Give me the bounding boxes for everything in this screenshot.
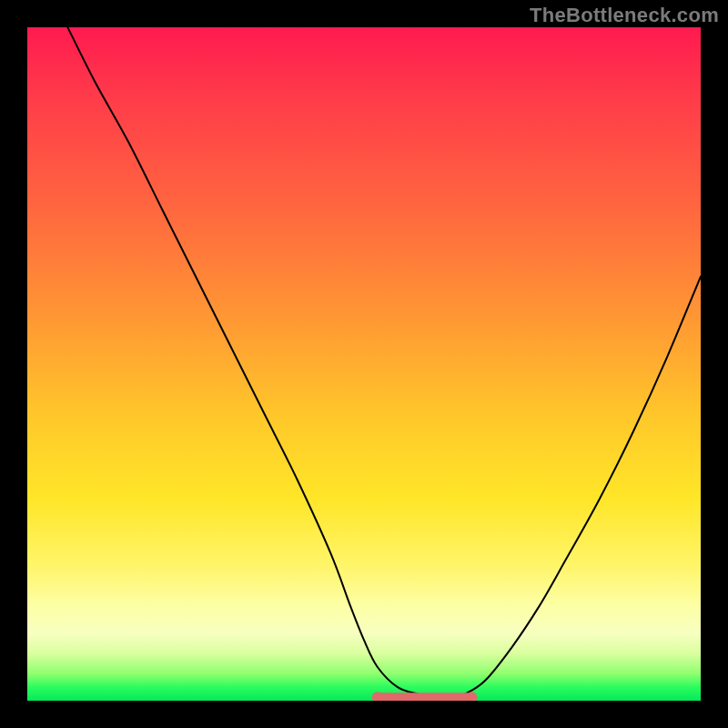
watermark-text: TheBottleneck.com [530, 4, 719, 27]
curve-layer [27, 27, 701, 701]
bottleneck-curve [67, 27, 701, 698]
chart-frame: TheBottleneck.com [0, 0, 728, 728]
